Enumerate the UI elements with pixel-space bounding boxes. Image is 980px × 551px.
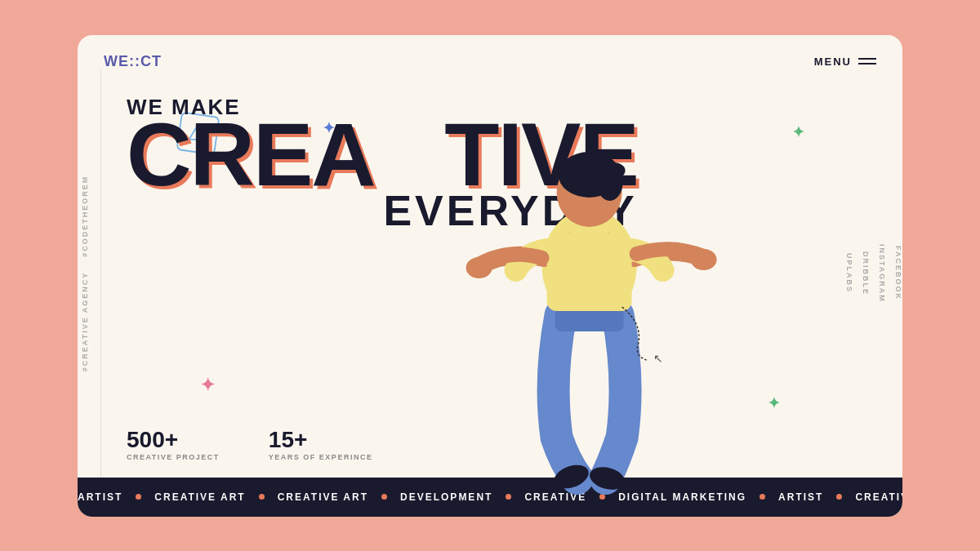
star-decoration-pink: ✦ — [200, 375, 215, 396]
hamburger-icon — [858, 58, 876, 64]
side-text-left: #CREATIVE AGENCY #CODETHEOREM — [81, 176, 89, 371]
svg-point-6 — [603, 162, 626, 179]
menu-button[interactable]: MENU — [814, 56, 876, 68]
left-label-1: #CREATIVE AGENCY #CODETHEOREM — [81, 176, 89, 371]
stat-projects: 500+ CREATIVE PROJECT — [127, 427, 220, 461]
logo-we: WE — [104, 53, 129, 69]
stat-years: 15+ YEARS OF EXPERINCE — [269, 427, 373, 461]
social-labels: UPLABS DRIBBLE INSTAGRAM FACEBOOK — [845, 70, 902, 478]
logo: WE::CT — [104, 53, 162, 70]
social-dribble[interactable]: DRIBBLE — [862, 251, 870, 295]
crea-part: CREA — [127, 104, 368, 204]
stat-projects-label: CREATIVE PROJECT — [127, 453, 220, 461]
svg-rect-12 — [547, 233, 632, 311]
header: WE::CT MENU — [78, 35, 902, 70]
social-instagram[interactable]: INSTAGRAM — [878, 244, 886, 303]
logo-ct: CT — [140, 53, 162, 69]
vertical-divider — [100, 70, 101, 478]
stat-years-label: YEARS OF EXPERINCE — [269, 453, 373, 461]
logo-dots: :: — [129, 53, 140, 69]
menu-label: MENU — [814, 56, 852, 68]
social-uplabs[interactable]: UPLABS — [845, 253, 853, 293]
star-decoration-green-top: ✦ — [792, 123, 804, 141]
social-facebook[interactable]: FACEBOOK — [894, 246, 902, 300]
stat-years-number: 15+ — [269, 427, 373, 453]
main-content: #CREATIVE AGENCY #CODETHEOREM UPLABS DRI… — [78, 70, 902, 478]
svg-text:↖: ↖ — [653, 352, 663, 365]
stat-projects-number: 500+ — [127, 427, 220, 453]
star-decoration-green-bottom: ✦ — [768, 394, 780, 412]
main-card: WE::CT MENU #CREATIVE AGENCY #CODETHEORE… — [78, 35, 902, 517]
stats-section: 500+ CREATIVE PROJECT 15+ YEARS OF EXPER… — [127, 427, 372, 461]
person-illustration: ↖ — [434, 62, 745, 495]
